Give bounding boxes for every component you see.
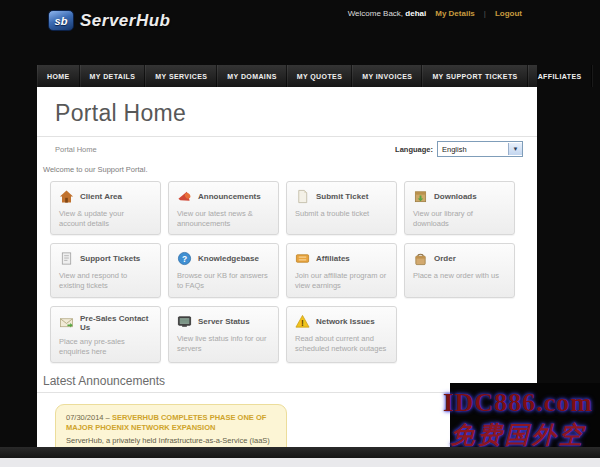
card-desc: View our library of downloads	[413, 209, 506, 229]
language-label: Language:	[395, 145, 433, 154]
card-title: Affiliates	[316, 254, 350, 263]
nav-item-my-domains[interactable]: MY DOMAINS	[217, 65, 286, 87]
announcement-date: 07/30/2014 –	[66, 413, 112, 422]
card-desc: View & update your account details	[59, 209, 152, 229]
card-client-area[interactable]: Client Area View & update your account d…	[50, 181, 161, 235]
main-nav: HOME MY DETAILS MY SERVICES MY DOMAINS M…	[37, 65, 537, 88]
svg-text:?: ?	[182, 254, 187, 264]
card-title: Submit Ticket	[316, 192, 368, 201]
logo-wordmark: ServerHub	[80, 11, 170, 31]
card-title: Announcements	[198, 192, 261, 201]
card-desc: View and respond to existing tickets	[59, 271, 152, 291]
document-icon	[295, 189, 310, 204]
page-title: Portal Home	[55, 100, 537, 127]
download-box-icon	[413, 189, 428, 204]
card-desc: Join our affiliate program or view earni…	[295, 271, 388, 291]
portal-card-grid: Client Area View & update your account d…	[50, 181, 524, 363]
server-monitor-icon	[177, 314, 192, 329]
card-desc: Submit a trouble ticket	[295, 209, 388, 219]
support-portal-welcome: Welcome to our Support Portal.	[43, 165, 537, 174]
chevron-down-icon[interactable]: ▼	[508, 143, 522, 155]
nav-item-home[interactable]: HOME	[37, 65, 80, 87]
card-desc: Read about current and scheduled network…	[295, 334, 388, 354]
card-desc: Browse our KB for answers to FAQs	[177, 271, 270, 291]
card-affiliates[interactable]: Affiliates Join our affiliate program or…	[286, 243, 397, 297]
portal-page: sb ServerHub Welcome Back, dehai My Deta…	[0, 0, 600, 467]
card-title: Pre-Sales Contact Us	[80, 314, 152, 332]
envelope-icon	[59, 315, 74, 330]
card-knowledgebase[interactable]: ? Knowledgebase Browse our KB for answer…	[168, 243, 279, 297]
nav-item-my-invoices[interactable]: MY INVOICES	[352, 65, 422, 87]
card-title: Order	[434, 254, 456, 263]
top-header: sb ServerHub Welcome Back, dehai My Deta…	[0, 0, 600, 66]
shopping-bag-icon	[413, 251, 428, 266]
card-announcements[interactable]: Announcements View our latest news & ann…	[168, 181, 279, 235]
card-desc: Place any pre-sales enquiries here	[59, 337, 152, 357]
home-icon	[59, 189, 74, 204]
welcome-text: Welcome Back, dehai	[348, 9, 427, 18]
breadcrumb-row: Portal Home Language: English ▼	[37, 137, 537, 157]
language-selector: Language: English ▼	[395, 141, 523, 157]
card-server-status[interactable]: Server Status View live status info for …	[168, 306, 279, 363]
card-title: Downloads	[434, 192, 477, 201]
banknote-icon	[295, 251, 310, 266]
serverhub-logo[interactable]: sb ServerHub	[48, 10, 170, 31]
card-support-tickets[interactable]: Support Tickets View and respond to exis…	[50, 243, 161, 297]
nav-item-affiliates[interactable]: AFFILIATES	[528, 65, 592, 87]
breadcrumb: Portal Home	[55, 145, 97, 154]
card-title: Client Area	[80, 192, 122, 201]
logout-link[interactable]: Logout	[495, 9, 522, 18]
notepad-icon	[59, 251, 74, 266]
nav-item-my-quotes[interactable]: MY QUOTES	[287, 65, 352, 87]
card-pre-sales-contact[interactable]: Pre-Sales Contact Us Place any pre-sales…	[50, 306, 161, 363]
megaphone-icon	[177, 189, 192, 204]
card-desc: Place a new order with us	[413, 271, 506, 281]
header-divider: |	[484, 9, 486, 18]
my-details-link[interactable]: My Details	[435, 9, 475, 18]
card-order[interactable]: Order Place a new order with us	[404, 243, 515, 297]
card-network-issues[interactable]: ! Network Issues Read about current and …	[286, 306, 397, 363]
watermark-background	[450, 383, 600, 447]
card-desc: View our latest news & announcements	[177, 209, 270, 229]
card-submit-ticket[interactable]: Submit Ticket Submit a trouble ticket	[286, 181, 397, 235]
language-selected-value: English	[438, 145, 467, 154]
card-downloads[interactable]: Downloads View our library of downloads	[404, 181, 515, 235]
card-title: Server Status	[198, 317, 250, 326]
card-title: Network Issues	[316, 317, 375, 326]
footer-bar	[0, 447, 600, 458]
svg-text:!: !	[301, 317, 304, 327]
username: dehai	[405, 9, 426, 18]
question-circle-icon: ?	[177, 251, 192, 266]
card-desc: View live status info for our servers	[177, 334, 270, 354]
card-title: Support Tickets	[80, 254, 140, 263]
nav-item-my-support-tickets[interactable]: MY SUPPORT TICKETS	[422, 65, 527, 87]
language-select[interactable]: English ▼	[437, 141, 523, 157]
warning-triangle-icon: !	[295, 314, 310, 329]
nav-item-my-details[interactable]: MY DETAILS	[80, 65, 146, 87]
footer-strip	[0, 458, 600, 467]
card-title: Knowledgebase	[198, 254, 259, 263]
serverhub-logo-icon: sb	[48, 10, 74, 31]
header-account-links: Welcome Back, dehai My Details | Logout	[348, 9, 522, 18]
welcome-prefix: Welcome Back,	[348, 9, 403, 18]
nav-item-my-services[interactable]: MY SERVICES	[145, 65, 217, 87]
nav-item-my-emails[interactable]: MY EMAILS	[592, 65, 600, 87]
